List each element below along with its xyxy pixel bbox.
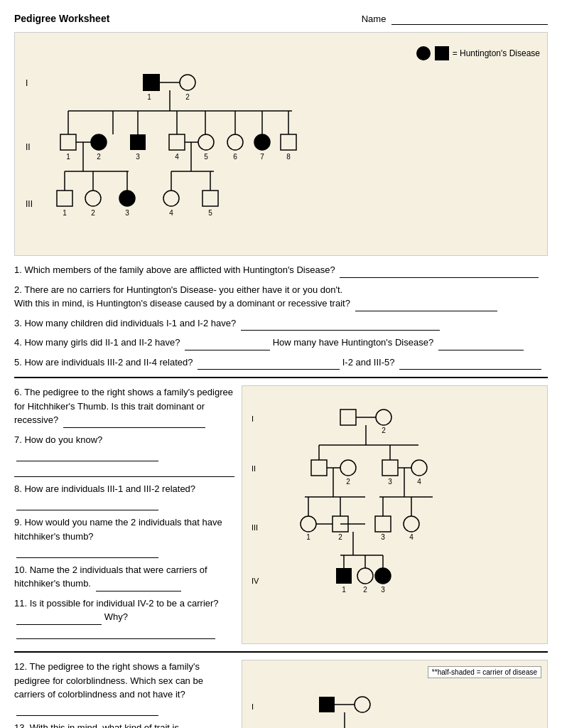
svg-point-44: [85, 191, 101, 206]
svg-text:II: II: [252, 464, 256, 473]
svg-text:I: I: [252, 702, 254, 711]
section-3: 12. The pedigree to the right shows a fa…: [14, 660, 548, 728]
svg-rect-41: [57, 191, 72, 206]
svg-text:I: I: [26, 78, 28, 88]
q2-row: 2. There are no carriers for Huntington'…: [14, 283, 548, 311]
svg-text:2: 2: [185, 93, 190, 101]
questions-12-16: 12. The pedigree to the right shows a fa…: [14, 660, 234, 728]
svg-point-102: [357, 568, 373, 584]
svg-rect-20: [130, 134, 146, 150]
q9-row: 9. How would you name the 2 individuals …: [14, 515, 234, 558]
svg-text:7: 7: [260, 153, 264, 161]
svg-text:1: 1: [147, 93, 151, 101]
q1-row: 1. Which members of the family above are…: [14, 263, 548, 278]
svg-rect-13: [60, 134, 76, 150]
q6-row: 6. The pedigree to the right shows a fam…: [14, 385, 234, 428]
svg-rect-55: [202, 191, 218, 206]
svg-text:3: 3: [136, 153, 140, 161]
pedigree-1: = Huntington's Disease I II III 1 2 1 2: [14, 32, 548, 256]
svg-text:1: 1: [66, 153, 70, 161]
svg-text:4: 4: [417, 478, 421, 486]
svg-text:1: 1: [342, 586, 346, 594]
legend: = Huntington's Disease: [416, 46, 540, 61]
svg-point-81: [301, 516, 316, 532]
q11-row: 11. Is it possible for individual IV-2 t…: [14, 596, 234, 640]
q13-row: 13. With this in mind, what kind of trai…: [14, 721, 234, 728]
svg-text:2: 2: [363, 586, 367, 594]
svg-text:1: 1: [63, 209, 67, 217]
svg-point-52: [163, 191, 179, 206]
svg-text:3: 3: [381, 586, 385, 594]
pedigree-2: I II III IV 2 2 3: [242, 385, 548, 644]
svg-text:3: 3: [125, 209, 129, 217]
svg-point-63: [376, 410, 391, 425]
svg-point-93: [404, 516, 419, 532]
svg-rect-73: [382, 460, 398, 476]
svg-rect-90: [375, 516, 391, 532]
q8-row: 8. How are individuals III-1 and III-2 r…: [14, 482, 234, 510]
svg-rect-68: [311, 460, 327, 476]
svg-text:III: III: [252, 523, 258, 532]
svg-text:3: 3: [381, 533, 385, 541]
svg-text:II: II: [26, 142, 31, 152]
svg-point-0: [416, 46, 431, 60]
svg-text:6: 6: [233, 153, 237, 161]
pedigree-1-diagram: I II III 1 2 1 2 3 4: [22, 40, 320, 246]
svg-point-17: [91, 134, 107, 150]
svg-rect-1: [435, 46, 449, 60]
divider-1: [14, 377, 548, 378]
svg-point-115: [355, 697, 370, 712]
svg-rect-61: [340, 410, 356, 425]
questions-1-5: 1. Which members of the family above are…: [14, 263, 548, 370]
svg-point-105: [375, 568, 391, 584]
svg-text:3: 3: [388, 478, 392, 486]
svg-rect-36: [281, 134, 296, 150]
section-2: 6. The pedigree to the right shows a fam…: [14, 385, 548, 644]
svg-rect-113: [319, 697, 335, 712]
svg-point-33: [254, 134, 270, 150]
page-header: Pedigree Worksheet Name: [14, 13, 548, 25]
svg-point-8: [180, 75, 195, 90]
svg-text:IV: IV: [252, 577, 259, 585]
svg-point-76: [411, 460, 427, 476]
svg-rect-99: [336, 568, 352, 584]
svg-text:III: III: [26, 199, 33, 209]
svg-point-47: [119, 191, 135, 206]
svg-text:8: 8: [286, 153, 291, 161]
page-title: Pedigree Worksheet: [14, 13, 109, 24]
questions-6-11: 6. The pedigree to the right shows a fam…: [14, 385, 234, 644]
q7-row: 7. How do you know?: [14, 433, 234, 478]
q4-row: 4. How many girls did II-1 and II-2 have…: [14, 336, 548, 350]
svg-text:2: 2: [91, 209, 95, 217]
svg-text:4: 4: [175, 153, 179, 161]
q12-row: 12. The pedigree to the right shows a fa…: [14, 660, 234, 716]
pedigree-2-diagram: I II III IV 2 2 3: [248, 392, 475, 619]
svg-text:5: 5: [204, 153, 208, 161]
pedigree-3-diagram: I II III IV: [248, 681, 482, 728]
svg-text:2: 2: [346, 478, 350, 486]
pedigree-3: **half-shaded = carrier of disease I II …: [242, 660, 548, 728]
name-label: Name: [362, 14, 548, 25]
q3-row: 3. How many children did individuals I-1…: [14, 316, 548, 331]
svg-text:2: 2: [97, 153, 101, 161]
q10-row: 10. Name the 2 individuals that were car…: [14, 563, 234, 592]
svg-point-27: [198, 134, 214, 150]
svg-point-70: [340, 460, 356, 476]
svg-rect-5: [143, 74, 160, 91]
svg-text:4: 4: [169, 209, 173, 217]
svg-text:2: 2: [382, 427, 386, 434]
svg-text:I: I: [252, 414, 254, 423]
svg-text:2: 2: [338, 533, 342, 541]
svg-point-30: [227, 134, 243, 150]
svg-text:5: 5: [208, 209, 212, 217]
q5-row: 5. How are individuals III-2 and II-4 re…: [14, 355, 548, 370]
divider-2: [14, 651, 548, 653]
svg-text:1: 1: [306, 533, 310, 541]
svg-rect-108: [283, 681, 319, 728]
svg-rect-23: [169, 134, 185, 150]
svg-text:4: 4: [409, 533, 414, 541]
